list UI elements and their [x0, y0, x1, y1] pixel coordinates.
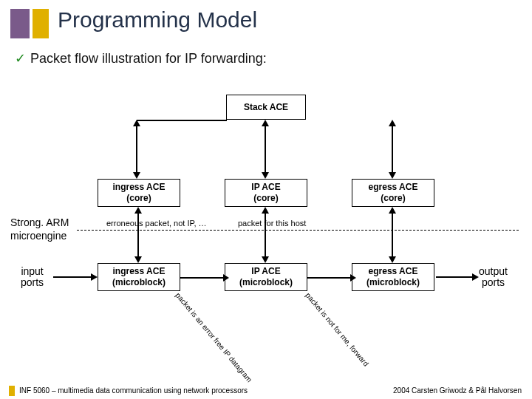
- subtitle-row: ✓Packet flow illustration for IP forward…: [15, 50, 267, 66]
- arrow-ip-vert-up: [262, 207, 269, 214]
- box-egress-core: egress ACE (core): [352, 179, 434, 207]
- arrow-stack-egress: [392, 126, 393, 173]
- layer-divider: [77, 230, 519, 231]
- footer-right: 2004 Carsten Griwodz & Pål Halvorsen: [393, 386, 522, 395]
- note-erroneous: erroneous packet, not IP, …: [106, 219, 207, 228]
- label-strongarm: Strong. ARM: [10, 217, 69, 228]
- arrow-ip-vert: [265, 213, 266, 257]
- footer-accent: [9, 386, 15, 396]
- arrow-ingress-vert: [137, 213, 139, 257]
- title-bar: Programming Model: [0, 6, 532, 43]
- arrow-egress-output: [436, 276, 473, 278]
- label-output-ports: output ports: [479, 266, 508, 289]
- arrow-stack-ingress-down: [133, 172, 140, 179]
- arrow-input-ingress-head: [91, 273, 98, 281]
- arrow-egress-vert-down: [389, 256, 396, 263]
- arrow-stack-ip-down: [262, 172, 269, 179]
- arrow-ingress-vert-up: [134, 207, 142, 214]
- box-ingress-core: ingress ACE (core): [98, 179, 180, 207]
- arrow-egress-output-head: [472, 273, 479, 281]
- arrow-egress-vert: [392, 213, 393, 257]
- box-ip-core: IP ACE (core): [225, 179, 307, 207]
- label-input-ports: input ports: [21, 266, 44, 289]
- arrow-ingress-vert-down: [134, 256, 142, 263]
- arrow-ip-vert-down: [262, 256, 269, 263]
- arrow-input-ingress: [53, 276, 92, 278]
- title-accent-gold: [33, 9, 49, 38]
- title-accent-purple: [10, 9, 30, 38]
- arrow-stack-ingress: [136, 126, 137, 173]
- check-icon: ✓: [15, 51, 26, 66]
- arrow-stack-ingress-h: [137, 120, 227, 121]
- subtitle-text: Packet flow illustration for IP forwardi…: [30, 51, 267, 66]
- arrow-stack-ip-up: [262, 120, 269, 126]
- footer-left: INF 5060 – multimedia data communication…: [19, 386, 248, 395]
- arrow-stack-egress-down: [389, 172, 396, 179]
- arrow-stack-egress-up: [389, 120, 396, 126]
- box-egress-micro: egress ACE (microblock): [352, 263, 434, 291]
- slide-title: Programming Model: [58, 7, 257, 33]
- note-for-host: packet for this host: [238, 219, 306, 228]
- box-stack-ace: Stack ACE: [226, 95, 306, 120]
- box-ingress-micro: ingress ACE (microblock): [98, 263, 180, 291]
- label-microengine: microengine: [10, 231, 66, 242]
- box-ip-micro: IP ACE (microblock): [225, 263, 307, 291]
- arrow-stack-ip: [265, 126, 266, 173]
- arrow-egress-vert-up: [389, 207, 396, 214]
